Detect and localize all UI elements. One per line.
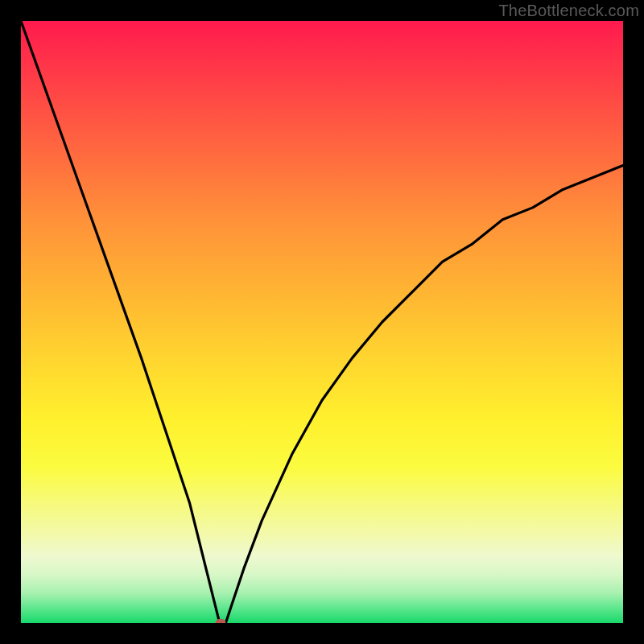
plot-area xyxy=(21,21,623,623)
chart-frame: { "watermark": "TheBottleneck.com", "cha… xyxy=(0,0,644,644)
current-point-marker xyxy=(216,619,226,623)
bottleneck-curve xyxy=(21,21,623,623)
watermark-text: TheBottleneck.com xyxy=(498,2,639,20)
